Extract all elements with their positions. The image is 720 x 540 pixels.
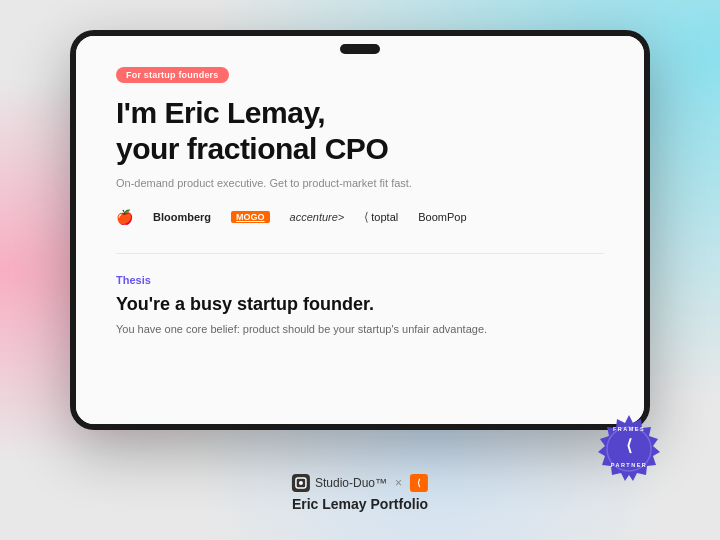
logo-bloomberg: Bloomberg (153, 211, 211, 223)
logo-accenture: accenture> (290, 211, 345, 223)
section-divider (116, 253, 604, 254)
camera-notch (340, 44, 380, 54)
studio-duo-name: Studio-Duo™ (315, 476, 387, 490)
logo-apple: 🍎 (116, 209, 133, 225)
portfolio-title: Eric Lemay Portfolio (292, 496, 428, 512)
hero-heading: I'm Eric Lemay, your fractional CPO (116, 95, 604, 167)
startup-founders-badge: For startup founders (116, 67, 229, 83)
hero-subtitle: On-demand product executive. Get to prod… (116, 177, 604, 189)
thesis-heading: You're a busy startup founder. (116, 294, 604, 315)
bottom-caption: Studio-Duo™ × ⟨ Eric Lemay Portfolio (292, 474, 428, 512)
thesis-label: Thesis (116, 274, 604, 286)
attribution-separator: × (395, 476, 402, 490)
thesis-section: Thesis You're a busy startup founder. Yo… (116, 274, 604, 335)
svg-text:PARTNER: PARTNER (611, 462, 648, 468)
logos-row: 🍎 Bloomberg MOGO accenture> toptal BoomP… (116, 209, 604, 225)
svg-point-7 (299, 481, 303, 485)
logo-mogo: MOGO (231, 211, 270, 223)
studio-duo-icon (292, 474, 310, 492)
logo-toptal: toptal (364, 210, 398, 224)
svg-text:⟨: ⟨ (626, 437, 632, 454)
frames-partner-badge: ⟨ FRAMES PARTNER (593, 413, 665, 485)
logo-boompop: BoomPop (418, 211, 466, 223)
caption-attribution-row: Studio-Duo™ × ⟨ (292, 474, 428, 492)
frames-icon: ⟨ (410, 474, 428, 492)
screen-content: For startup founders I'm Eric Lemay, you… (76, 36, 644, 424)
svg-text:FRAMES: FRAMES (613, 426, 645, 432)
tablet-inner: For startup founders I'm Eric Lemay, you… (76, 36, 644, 424)
studio-duo-logo: Studio-Duo™ (292, 474, 387, 492)
tablet-frame: For startup founders I'm Eric Lemay, you… (70, 30, 650, 430)
thesis-body: You have one core belief: product should… (116, 323, 604, 335)
